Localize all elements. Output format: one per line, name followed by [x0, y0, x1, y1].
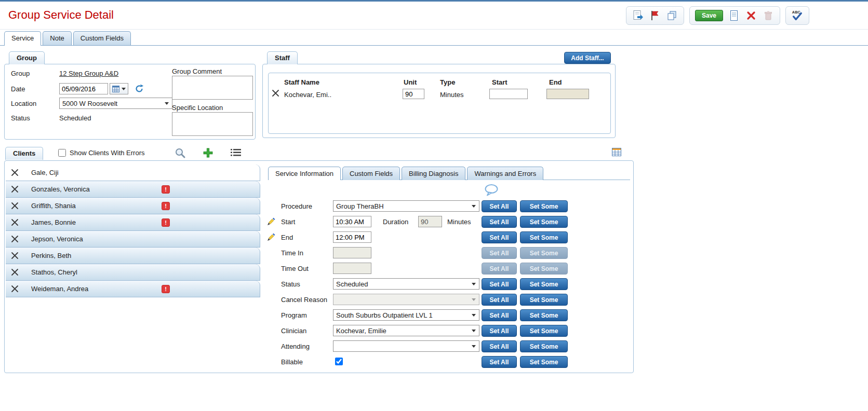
attending-select[interactable]	[333, 340, 479, 352]
spellcheck-icon[interactable]: ABC	[791, 9, 804, 22]
program-select[interactable]: South Suburbs Outpatient LVL 1	[333, 309, 479, 321]
start-set-all-button[interactable]: Set All	[482, 216, 517, 228]
time-in-set-all-button: Set All	[482, 247, 517, 259]
toolbar-group-spellcheck: ABC	[785, 6, 809, 25]
client-name: Gale, Ciji	[31, 169, 59, 176]
date-input[interactable]	[59, 83, 108, 94]
remove-client-icon[interactable]	[11, 169, 19, 176]
program-label: Program	[281, 311, 307, 319]
program-select-wrap: South Suburbs Outpatient LVL 1	[333, 309, 479, 321]
group-comment-textarea[interactable]	[172, 76, 253, 100]
clients-panel: Clients Show Clients With Errors	[4, 146, 634, 373]
date-picker-button[interactable]	[110, 83, 128, 94]
end-label: End	[281, 234, 293, 241]
group-label: Group	[11, 70, 30, 77]
duration-input	[418, 216, 442, 227]
clinician-select-wrap: Kochevar, Emilie	[333, 325, 479, 336]
status-value: Scheduled	[59, 114, 91, 122]
show-errors-checkbox[interactable]	[58, 149, 66, 157]
staff-col-unit: Unit	[404, 78, 417, 86]
cancel-reason-set-all-button[interactable]: Set All	[482, 294, 517, 306]
search-icon[interactable]	[175, 147, 186, 159]
remove-client-icon[interactable]	[11, 185, 19, 193]
program-set-all-button[interactable]: Set All	[482, 309, 517, 321]
procedure-select-wrap: Group TheraBH	[333, 200, 479, 212]
edit-pen-icon[interactable]	[267, 217, 275, 226]
attending-set-some-button[interactable]: Set Some	[520, 340, 568, 352]
show-errors-toggle[interactable]: Show Clients With Errors	[58, 149, 144, 157]
report-preview-icon[interactable]	[632, 9, 644, 22]
billable-checkbox[interactable]	[335, 358, 343, 365]
duration-unit-label: Minutes	[447, 218, 471, 226]
status-set-all-button[interactable]: Set All	[482, 278, 517, 290]
duration-label: Duration	[383, 218, 408, 226]
group-panel-tab: Group	[9, 51, 45, 64]
status-label: Status	[11, 114, 30, 122]
flag-icon[interactable]	[649, 9, 661, 22]
clinician-set-all-button[interactable]: Set All	[482, 325, 517, 337]
staff-table: Staff Name Unit Type Start End Kochevar,…	[268, 73, 611, 134]
time-in-input	[333, 247, 371, 258]
calendar-icon[interactable]	[612, 148, 621, 156]
staff-col-name: Staff Name	[284, 78, 319, 86]
status-set-some-button[interactable]: Set Some	[520, 278, 568, 290]
status-select-wrap: Scheduled	[333, 278, 479, 290]
end-time-input[interactable]	[333, 231, 371, 243]
clients-panel-tab: Clients	[5, 147, 43, 160]
tab-custom-fields-inner[interactable]: Custom Fields	[342, 167, 400, 180]
staff-start-input[interactable]	[489, 89, 528, 99]
tab-service[interactable]: Service	[4, 31, 41, 45]
cancel-reason-set-some-button[interactable]: Set Some	[520, 294, 568, 306]
tab-warnings-errors[interactable]: Warnings and Errors	[467, 167, 543, 180]
cancel-reason-select-wrap	[333, 294, 479, 305]
comment-bubble-icon[interactable]	[485, 184, 498, 198]
add-client-icon[interactable]	[203, 147, 213, 158]
billable-set-all-button[interactable]: Set All	[482, 356, 517, 368]
tab-custom-fields[interactable]: Custom Fields	[73, 31, 131, 45]
tab-service-information[interactable]: Service Information	[268, 167, 341, 180]
remove-staff-icon[interactable]	[272, 89, 279, 99]
form-row-time-out: Time Out Set All Set Some	[5, 263, 633, 276]
procedure-set-all-button[interactable]: Set All	[482, 200, 517, 212]
clinician-set-some-button[interactable]: Set Some	[520, 325, 568, 337]
group-name-link[interactable]: 12 Step Group A&D	[59, 70, 118, 77]
form-row-cancel-reason: Cancel Reason Set All Set Some	[5, 294, 633, 307]
procedure-select[interactable]: Group TheraBH	[333, 200, 479, 212]
program-set-some-button[interactable]: Set Some	[520, 309, 568, 321]
staff-panel-tab: Staff	[267, 51, 298, 64]
start-time-input[interactable]	[333, 216, 371, 227]
cancel-x-icon[interactable]	[745, 9, 757, 22]
list-icon[interactable]	[231, 148, 241, 157]
start-set-some-button[interactable]: Set Some	[520, 216, 568, 228]
form-row-clinician: Clinician Kochevar, Emilie Set All Set S…	[5, 325, 633, 338]
copy-icon[interactable]	[666, 9, 678, 22]
clinician-select[interactable]: Kochevar, Emilie	[333, 325, 479, 336]
client-row[interactable]: Gonzales, Veronica !	[6, 181, 260, 198]
staff-unit-input[interactable]	[403, 89, 424, 99]
status-select[interactable]: Scheduled	[333, 278, 479, 290]
document-icon[interactable]	[728, 9, 740, 22]
cancel-reason-select	[333, 294, 479, 305]
tab-billing-diagnosis[interactable]: Billing Diagnosis	[402, 167, 465, 180]
page-title: Group Service Detail	[8, 8, 114, 22]
calendar-grid-icon	[112, 86, 119, 92]
refresh-icon[interactable]	[135, 84, 144, 95]
save-button[interactable]: Save	[695, 10, 723, 21]
add-staff-button[interactable]: Add Staff...	[564, 52, 611, 64]
client-row[interactable]: Gale, Ciji	[6, 165, 260, 181]
form-row-end: End Set All Set Some	[5, 231, 633, 245]
time-out-set-some-button: Set Some	[520, 263, 568, 275]
tab-note[interactable]: Note	[43, 31, 71, 45]
specific-location-label: Specific Location	[172, 104, 223, 112]
end-set-all-button[interactable]: Set All	[482, 231, 517, 243]
procedure-set-some-button[interactable]: Set Some	[520, 200, 568, 212]
form-row-billable: Billable Set All Set Some	[5, 356, 633, 369]
trash-icon	[762, 9, 774, 22]
specific-location-textarea[interactable]	[172, 112, 253, 136]
location-select[interactable]: 5000 W Roosevelt	[59, 98, 172, 109]
billable-set-some-button[interactable]: Set Some	[520, 356, 568, 368]
edit-pen-icon[interactable]	[267, 233, 275, 241]
form-row-time-in: Time In Set All Set Some	[5, 247, 633, 261]
end-set-some-button[interactable]: Set Some	[520, 231, 568, 243]
attending-set-all-button[interactable]: Set All	[482, 340, 517, 352]
